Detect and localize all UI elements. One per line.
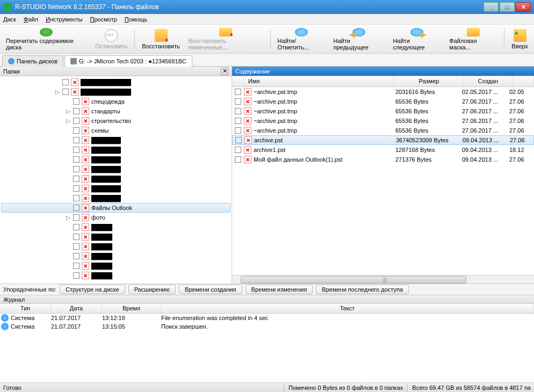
close-button[interactable]: ✕: [516, 2, 531, 12]
log-col-date[interactable]: Дата: [51, 304, 102, 313]
up-button[interactable]: Вверх: [508, 26, 532, 52]
sort-atime-button[interactable]: Времени последнего доступа: [316, 285, 409, 294]
expand-icon[interactable]: ▷: [66, 214, 71, 221]
tree-item[interactable]: ✕спецодежда: [1, 97, 230, 106]
tree-item[interactable]: ✕███████: [1, 145, 230, 155]
maximize-button[interactable]: □: [500, 2, 515, 12]
tree-item[interactable]: ✕███████: [1, 155, 230, 164]
checkbox[interactable]: [235, 98, 241, 105]
sort-structure-button[interactable]: Структуре на диске: [60, 285, 125, 294]
checkbox[interactable]: [73, 147, 80, 153]
find-next-button[interactable]: Найти следующее: [389, 26, 444, 52]
tree-label[interactable]: Файлы Outlook: [91, 205, 132, 211]
checkbox[interactable]: [73, 185, 80, 192]
checkbox[interactable]: [73, 98, 80, 105]
file-row[interactable]: ✕~archive.pst.tmp65536 Bytes27.06.2017 .…: [232, 116, 534, 126]
find-prev-button[interactable]: Найти предыдущее: [330, 26, 388, 52]
tree-item[interactable]: ✕███████: [1, 193, 230, 203]
checkbox[interactable]: [73, 253, 80, 259]
tree-label[interactable]: стандарты: [91, 108, 120, 114]
find-button[interactable]: Найти/Отметить...: [274, 26, 329, 52]
file-name[interactable]: ~archive.pst.tmp: [254, 89, 392, 95]
file-row[interactable]: ✕~archive.pst.tmp65536 Bytes27.06.2017 .…: [232, 126, 534, 135]
tree-item[interactable]: ✕███████: [1, 174, 230, 184]
tab-disks[interactable]: Панель дисков: [2, 55, 63, 67]
checkbox[interactable]: [73, 234, 80, 240]
checkbox[interactable]: [73, 127, 80, 134]
folder-tree[interactable]: ✕████████████▷✕████████████✕спецодежда▷✕…: [0, 76, 232, 284]
tree-label[interactable]: █████: [91, 253, 112, 259]
file-row[interactable]: ✕~archive.pst.tmp2031616 Bytes02.05.2017…: [232, 87, 534, 97]
tree-label[interactable]: ███████: [91, 185, 121, 192]
menu-tools[interactable]: Инструменты: [46, 16, 83, 23]
checkbox[interactable]: [73, 272, 80, 279]
tree-label[interactable]: схемы: [91, 127, 109, 134]
file-column-header[interactable]: Имя Размер Создан: [232, 76, 534, 87]
checkbox[interactable]: [73, 137, 80, 143]
checkbox[interactable]: [73, 108, 80, 114]
file-row[interactable]: ✕~archive.pst.tmp65536 Bytes27.06.2017 .…: [232, 97, 534, 106]
file-row[interactable]: ✕archive.pst36740523008 Bytes09.04.2013 …: [232, 135, 534, 145]
expand-icon[interactable]: ▷: [55, 89, 60, 96]
menu-help[interactable]: Помощь: [125, 16, 148, 23]
tree-item[interactable]: ✕схемы: [1, 126, 230, 135]
menu-view[interactable]: Просмотр: [90, 16, 117, 23]
checkbox[interactable]: [62, 79, 69, 85]
tree-item[interactable]: ▷✕фото: [1, 213, 230, 222]
tree-label[interactable]: ████████████: [81, 79, 131, 85]
menu-disk[interactable]: Диск: [3, 16, 16, 23]
close-pane-icon[interactable]: ✕: [221, 68, 228, 75]
tree-label[interactable]: ████████████: [81, 89, 131, 95]
tree-item[interactable]: ✕███████: [1, 184, 230, 193]
sort-extension-button[interactable]: Расширению: [128, 285, 176, 294]
tree-item[interactable]: ✕█████: [1, 251, 230, 261]
file-name[interactable]: Мой файл данных Outlook(1).pst: [254, 156, 392, 163]
tree-item[interactable]: ✕███████: [1, 164, 230, 174]
tree-item[interactable]: ✕Файлы Outlook: [1, 203, 230, 213]
checkbox[interactable]: [235, 156, 241, 163]
checkbox[interactable]: [235, 89, 241, 95]
checkbox[interactable]: [73, 243, 80, 250]
tree-label[interactable]: ███████: [91, 147, 121, 153]
tree-label[interactable]: ███████: [91, 166, 121, 172]
col-size[interactable]: Размер: [394, 76, 464, 86]
tab-drive[interactable]: G: -> JMicron Tech 0203 : ●12345681BC: [64, 55, 192, 67]
file-name[interactable]: ~archive.pst.tmp: [254, 127, 392, 134]
tree-item[interactable]: ✕█████: [1, 242, 230, 251]
checkbox[interactable]: [235, 137, 242, 143]
col-check[interactable]: [232, 76, 244, 86]
expand-icon[interactable]: ▷: [66, 108, 71, 115]
col-name[interactable]: Имя: [244, 76, 394, 86]
file-name[interactable]: ~archive.pst.tmp: [254, 108, 392, 114]
tree-item[interactable]: ✕█████: [1, 271, 230, 280]
checkbox[interactable]: [73, 214, 80, 221]
file-list[interactable]: ✕~archive.pst.tmp2031616 Bytes02.05.2017…: [232, 87, 534, 275]
file-name[interactable]: archive1.pst: [254, 147, 392, 153]
tree-label[interactable]: █████: [91, 234, 112, 240]
tree-label[interactable]: ███████: [91, 176, 121, 182]
col-created[interactable]: Создан: [464, 76, 513, 86]
checkbox[interactable]: [73, 176, 80, 182]
checkbox[interactable]: [73, 263, 80, 269]
tree-label[interactable]: строительство: [91, 118, 131, 124]
checkbox[interactable]: [73, 205, 80, 211]
log-col-text[interactable]: Текст: [161, 304, 534, 313]
tree-label[interactable]: ███████: [91, 137, 121, 143]
log-col-time[interactable]: Время: [102, 304, 161, 313]
file-name[interactable]: archive.pst: [254, 137, 393, 143]
log-col-type[interactable]: Тип: [0, 304, 51, 313]
tree-item[interactable]: ▷✕строительство: [1, 116, 230, 126]
checkbox[interactable]: [235, 108, 241, 114]
checkbox[interactable]: [73, 195, 80, 201]
tree-item[interactable]: ▷✕стандарты: [1, 106, 230, 116]
checkbox[interactable]: [235, 118, 241, 124]
file-row[interactable]: ✕~archive.pst.tmp65536 Bytes27.06.2017 .…: [232, 106, 534, 116]
sort-mtime-button[interactable]: Времени изменения: [246, 285, 313, 294]
minimize-button[interactable]: _: [484, 2, 499, 12]
expand-icon[interactable]: ▷: [66, 118, 71, 125]
col-modified[interactable]: [513, 76, 534, 86]
tree-label[interactable]: фото: [91, 214, 105, 221]
tree-item[interactable]: ✕█████: [1, 222, 230, 232]
checkbox[interactable]: [62, 89, 69, 95]
tree-item[interactable]: ▷✕████████████: [1, 87, 230, 97]
